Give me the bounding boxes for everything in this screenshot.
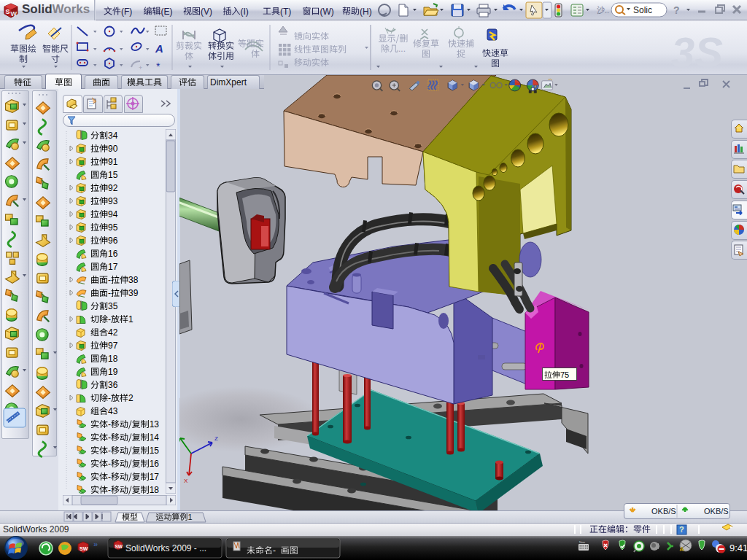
svg-text:W: W: [11, 10, 18, 18]
svg-text:Z: Z: [214, 435, 218, 442]
svg-text:X: X: [184, 478, 188, 484]
svg-text:?: ?: [679, 525, 684, 534]
svg-text:S: S: [6, 8, 10, 15]
svg-text:3S: 3S: [671, 28, 723, 73]
